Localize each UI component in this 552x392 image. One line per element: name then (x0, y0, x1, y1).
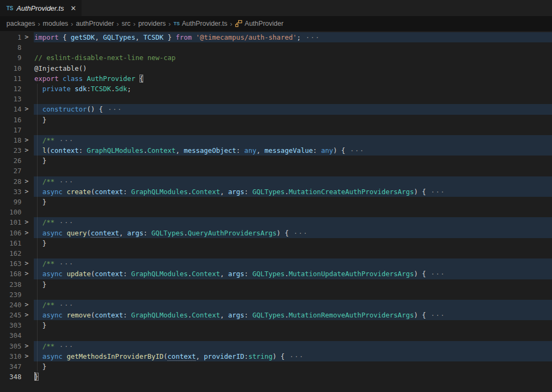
code-line-99[interactable]: 99} (0, 197, 552, 207)
code-line-11[interactable]: 11export class AuthProvider { (0, 73, 552, 84)
code-line-101[interactable]: 101>/** ··· (0, 217, 552, 227)
code-line-content[interactable]: } (34, 238, 552, 248)
code-line-content[interactable] (34, 207, 552, 217)
code-line-106[interactable]: 106>async query(context, args: GQLTypes.… (0, 228, 552, 238)
fold-chevron-icon[interactable]: > (25, 310, 28, 320)
line-number[interactable]: 305 (0, 341, 21, 351)
code-line-content[interactable]: } (34, 115, 552, 125)
fold-chevron-icon[interactable]: > (25, 104, 28, 114)
fold-chevron-icon[interactable]: > (25, 351, 28, 361)
code-line-238[interactable]: 238} (0, 279, 552, 290)
code-line-content[interactable] (34, 248, 552, 258)
breadcrumb-item-providers[interactable]: providers (138, 20, 166, 27)
code-line-content[interactable]: async create(context: GraphQLModules.Con… (34, 187, 552, 197)
code-line-content[interactable]: } (34, 372, 552, 382)
line-number[interactable]: 8 (0, 42, 21, 53)
line-number[interactable]: 304 (0, 330, 21, 341)
code-line-23[interactable]: 23>l(context: GraphQLModules.Context, me… (0, 145, 552, 156)
line-number[interactable]: 9 (0, 53, 21, 63)
line-number[interactable]: 16 (0, 115, 21, 125)
line-number[interactable]: 347 (0, 361, 21, 372)
breadcrumb-item-authprovider-ts[interactable]: TSAuthProvider.ts (173, 20, 227, 27)
code-line-content[interactable]: /** ··· (34, 300, 552, 310)
code-line-100[interactable]: 100 (0, 207, 552, 217)
code-line-9[interactable]: 9// eslint-disable-next-line new-cap (0, 53, 552, 63)
code-line-content[interactable]: } (34, 320, 552, 330)
code-line-content[interactable]: /** ··· (34, 176, 552, 187)
fold-chevron-icon[interactable]: > (25, 176, 28, 187)
close-icon[interactable]: ✕ (70, 5, 76, 12)
line-number[interactable]: 161 (0, 238, 21, 248)
code-line-14[interactable]: 14>constructor() { ··· (0, 104, 552, 114)
code-line-245[interactable]: 245>async remove(context: GraphQLModules… (0, 310, 552, 320)
code-line-18[interactable]: 18>/** ··· (0, 135, 552, 145)
code-line-17[interactable]: 17 (0, 125, 552, 135)
breadcrumb-item-src[interactable]: src (122, 20, 131, 27)
line-number[interactable]: 239 (0, 290, 21, 300)
line-number[interactable]: 303 (0, 320, 21, 330)
line-number[interactable]: 18 (0, 135, 21, 145)
code-line-33[interactable]: 33>async create(context: GraphQLModules.… (0, 187, 552, 197)
line-number[interactable]: 238 (0, 279, 21, 290)
line-number[interactable]: 12 (0, 84, 21, 94)
line-number[interactable]: 348 (0, 372, 21, 382)
code-line-content[interactable]: } (34, 156, 552, 166)
code-line-content[interactable] (34, 125, 552, 135)
line-number[interactable]: 10 (0, 63, 21, 73)
fold-chevron-icon[interactable]: > (25, 341, 28, 351)
code-line-content[interactable] (34, 290, 552, 300)
code-line-content[interactable]: async query(context, args: GQLTypes.Quer… (34, 228, 552, 238)
fold-chevron-icon[interactable]: > (25, 135, 28, 145)
tab-authprovider-ts[interactable]: TS AuthProvider.ts ✕ (0, 0, 82, 16)
code-line-content[interactable]: // eslint-disable-next-line new-cap (34, 53, 552, 63)
line-number[interactable]: 310 (0, 351, 21, 361)
code-line-348[interactable]: 348} (0, 372, 552, 382)
code-line-8[interactable]: 8 (0, 42, 552, 53)
code-line-239[interactable]: 239 (0, 290, 552, 300)
code-line-305[interactable]: 305>/** ··· (0, 341, 552, 351)
code-line-content[interactable]: export class AuthProvider { (34, 73, 552, 84)
line-number[interactable]: 28 (0, 176, 21, 187)
line-number[interactable]: 245 (0, 310, 21, 320)
code-line-162[interactable]: 162 (0, 248, 552, 258)
line-number[interactable]: 27 (0, 166, 21, 176)
line-number[interactable]: 17 (0, 125, 21, 135)
line-number[interactable]: 23 (0, 145, 21, 156)
code-line-content[interactable]: private sdk:TCSDK.Sdk; (34, 84, 552, 94)
code-line-content[interactable]: } (34, 279, 552, 290)
line-number[interactable]: 168 (0, 269, 21, 279)
code-line-content[interactable]: /** ··· (34, 258, 552, 269)
line-number[interactable]: 106 (0, 228, 21, 238)
code-line-content[interactable]: async remove(context: GraphQLModules.Con… (34, 310, 552, 320)
code-line-content[interactable]: @Injectable() (34, 63, 552, 73)
code-line-content[interactable]: /** ··· (34, 341, 552, 351)
line-number[interactable]: 100 (0, 207, 21, 217)
breadcrumb-item-authprovider[interactable]: AuthProvider (235, 20, 283, 27)
line-number[interactable]: 14 (0, 104, 21, 114)
code-line-content[interactable] (34, 94, 552, 104)
code-line-12[interactable]: 12private sdk:TCSDK.Sdk; (0, 84, 552, 94)
fold-chevron-icon[interactable]: > (25, 228, 28, 238)
breadcrumb-item-authprovider[interactable]: authProvider (76, 20, 114, 27)
fold-chevron-icon[interactable]: > (25, 187, 28, 197)
code-line-content[interactable]: l(context: GraphQLModules.Context, messa… (34, 145, 552, 156)
breadcrumb-item-packages[interactable]: packages (6, 20, 35, 27)
code-line-240[interactable]: 240>/** ··· (0, 300, 552, 310)
line-number[interactable]: 33 (0, 187, 21, 197)
code-line-347[interactable]: 347} (0, 361, 552, 372)
code-line-10[interactable]: 10@Injectable() (0, 63, 552, 73)
breadcrumb-item-modules[interactable]: modules (43, 20, 68, 27)
code-line-content[interactable]: import { getSDK, GQLTypes, TCSDK } from … (34, 32, 552, 42)
code-line-content[interactable]: async update(context: GraphQLModules.Con… (34, 269, 552, 279)
line-number[interactable]: 240 (0, 300, 21, 310)
code-line-310[interactable]: 310>async getMethodsInProviderByID(conte… (0, 351, 552, 361)
code-line-303[interactable]: 303} (0, 320, 552, 330)
line-number[interactable]: 162 (0, 248, 21, 258)
line-number[interactable]: 99 (0, 197, 21, 207)
code-line-168[interactable]: 168>async update(context: GraphQLModules… (0, 269, 552, 279)
code-editor[interactable]: 1>import { getSDK, GQLTypes, TCSDK } fro… (0, 31, 552, 392)
code-line-content[interactable]: async getMethodsInProviderByID(context, … (34, 351, 552, 361)
code-line-27[interactable]: 27 (0, 166, 552, 176)
code-line-content[interactable] (34, 330, 552, 341)
code-line-content[interactable] (34, 166, 552, 176)
